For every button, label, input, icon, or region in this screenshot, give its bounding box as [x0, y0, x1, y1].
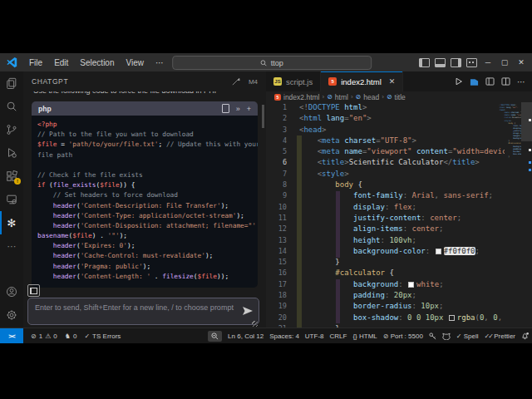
search-value: ttop	[271, 59, 283, 67]
remote-indicator[interactable]: ><	[0, 328, 23, 343]
line-numbers: 123456789101112131415161718192021	[266, 102, 296, 328]
panel-scrollbar[interactable]	[262, 105, 264, 128]
account-icon	[6, 286, 17, 298]
menu-selection[interactable]: Selection	[74, 53, 120, 71]
warning-icon: ⚠	[45, 332, 51, 340]
breadcrumb-item[interactable]: head	[363, 93, 379, 101]
key-icon[interactable]	[429, 332, 436, 340]
html-file-icon: 5	[274, 94, 281, 101]
language-status[interactable]: {} HTML	[352, 332, 377, 340]
breadcrumb-item[interactable]: title	[395, 93, 406, 101]
scrollbar-slider[interactable]	[521, 102, 532, 141]
sidebar-item-search[interactable]	[0, 95, 23, 118]
go-live-icon[interactable]	[470, 77, 479, 86]
magnifier-icon	[211, 332, 219, 340]
minimap[interactable]: <!DOCTYPE html><html lang="en"><head> <m…	[499, 104, 521, 158]
overview-ruler-marker	[529, 169, 531, 171]
sidebar-item-source-control[interactable]	[0, 118, 23, 141]
problems-status[interactable]: ⊘ 1 ⚠ 0	[31, 332, 57, 340]
chat-prompt-input[interactable]	[27, 298, 259, 325]
chevron-right-icon: ›	[382, 93, 384, 101]
open-preview-icon[interactable]	[485, 77, 495, 86]
export-conversation-icon[interactable]	[232, 77, 240, 86]
breadcrumb-item[interactable]: index2.html	[283, 93, 319, 101]
code-language-label: php	[38, 105, 52, 113]
panel-title: CHATGPT	[32, 77, 68, 86]
command-center-search[interactable]: ttop	[172, 56, 372, 70]
prettier-status[interactable]: ✓✓ Prettier	[485, 332, 515, 340]
sidebar-item-explorer[interactable]	[0, 71, 23, 95]
window-close-button[interactable]: ✕	[515, 58, 527, 66]
port-status[interactable]: ⊘ Port : 5500	[383, 332, 423, 340]
ts-errors-status[interactable]: ✓ TS Errors	[84, 332, 121, 340]
assistant-message-clipped: Use the following code to force the file…	[33, 91, 253, 96]
chevron-right-icon: ›	[322, 93, 324, 101]
chatgpt-panel: CHATGPT M4 Use the following code to for…	[23, 71, 266, 328]
prettier-label: Prettier	[494, 332, 515, 340]
vscode-window: File Edit Selection View ⋯ ← → ttop	[0, 53, 532, 343]
copy-code-icon[interactable]	[222, 104, 229, 113]
toggle-sidebar-icon[interactable]	[419, 58, 430, 67]
sidebar-item-run-debug[interactable]	[0, 141, 23, 165]
indentation-status[interactable]: Spaces: 4	[269, 332, 299, 340]
spell-status[interactable]: ✓ Spell	[456, 332, 479, 340]
search-icon	[6, 101, 17, 112]
javascript-file-icon: JS	[273, 77, 282, 86]
bell-icon[interactable]	[521, 332, 529, 340]
window-minimize-button[interactable]: ─	[482, 58, 494, 66]
send-icon[interactable]	[243, 307, 253, 315]
model-badge[interactable]: M4	[249, 78, 258, 86]
close-tab-icon[interactable]: ✕	[389, 77, 396, 86]
port-label: Port : 5500	[391, 332, 423, 340]
new-file-icon[interactable]: +	[247, 105, 251, 113]
cat-icon[interactable]	[442, 332, 451, 340]
symbol-icon: ⊘	[356, 93, 362, 101]
code-area[interactable]: 123456789101112131415161718192021 <!DOCT…	[266, 102, 532, 328]
sidebar-item-extensions[interactable]: !	[0, 165, 23, 188]
more-actions-icon[interactable]: ⋯	[517, 77, 525, 86]
tab-bar: JS script.js 5 index2.html ✕	[266, 71, 532, 91]
debug-icon	[6, 147, 17, 159]
more-icon: ⋯	[7, 241, 17, 252]
overview-ruler-marker	[529, 149, 531, 151]
cursor-position[interactable]: Ln 6, Col 12	[228, 332, 264, 340]
git-branch-icon	[6, 124, 17, 135]
menu-edit[interactable]: Edit	[48, 53, 74, 71]
pet-icon: ♞	[65, 332, 71, 340]
menu-view[interactable]: View	[121, 53, 150, 71]
resize-grip[interactable]	[252, 321, 258, 327]
editor-code[interactable]: <!DOCTYPE html><html lang="en"><head> <m…	[299, 102, 505, 328]
double-check-icon: ✓✓	[485, 332, 492, 340]
layout-icon	[30, 288, 37, 294]
insert-code-icon[interactable]: »	[236, 105, 240, 113]
sidebar-item-more[interactable]: ⋯	[0, 234, 23, 258]
search-icon	[261, 60, 268, 66]
overview-ruler-marker	[529, 119, 531, 121]
sidebar-item-remote-explorer[interactable]	[0, 188, 23, 211]
sidebar-item-chatgpt[interactable]: ✻	[0, 211, 23, 234]
encoding-status[interactable]: UTF-8	[305, 332, 324, 340]
editor-scrollbar[interactable]	[521, 102, 532, 328]
port-icon: ⊘	[383, 332, 389, 340]
split-editor-icon[interactable]	[501, 77, 510, 86]
tab-index2-html[interactable]: 5 index2.html ✕	[321, 71, 403, 91]
toggle-panel-icon[interactable]	[435, 58, 446, 67]
check-icon: ✓	[456, 332, 462, 340]
pet-status[interactable]: ♞ 0	[65, 332, 77, 340]
eol-status[interactable]: CRLF	[330, 332, 347, 340]
customize-layout-icon[interactable]	[466, 58, 477, 67]
expand-editor-button[interactable]	[27, 284, 40, 297]
menu-more[interactable]: ⋯	[150, 53, 170, 71]
toggle-secondary-sidebar-icon[interactable]	[451, 58, 461, 67]
run-button-icon[interactable]	[455, 77, 463, 86]
account-button[interactable]	[0, 280, 23, 303]
chatgpt-icon: ✻	[7, 217, 17, 229]
menu-file[interactable]: File	[23, 53, 48, 71]
settings-button[interactable]	[0, 303, 23, 327]
tab-script-js[interactable]: JS script.js	[266, 71, 321, 91]
window-maximize-button[interactable]: ▢	[499, 58, 510, 66]
breadcrumb-item[interactable]: html	[335, 93, 348, 101]
chevron-right-icon: ›	[351, 93, 353, 101]
zoom-status[interactable]	[208, 331, 222, 342]
chat-code-block: php » + <?php// Path to the file you wan…	[32, 101, 258, 288]
